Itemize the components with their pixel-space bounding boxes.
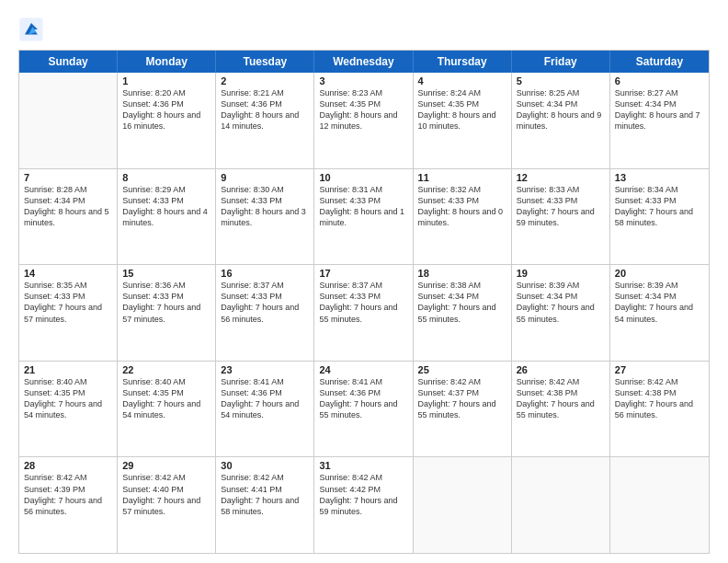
day-cell-2: 2Sunrise: 8:21 AMSunset: 4:36 PMDaylight… [216, 73, 314, 168]
calendar-body: 1Sunrise: 8:20 AMSunset: 4:36 PMDaylight… [19, 73, 709, 553]
day-info: Sunrise: 8:30 AMSunset: 4:33 PMDaylight:… [221, 184, 309, 229]
day-cell-29: 29Sunrise: 8:42 AMSunset: 4:40 PMDayligh… [118, 457, 216, 553]
day-cell-27: 27Sunrise: 8:42 AMSunset: 4:38 PMDayligh… [610, 362, 709, 457]
day-number: 3 [319, 75, 407, 86]
day-number: 26 [517, 364, 605, 375]
day-cell-5: 5Sunrise: 8:25 AMSunset: 4:34 PMDaylight… [512, 73, 610, 168]
day-cell-12: 12Sunrise: 8:33 AMSunset: 4:33 PMDayligh… [512, 169, 610, 265]
day-cell-7: 7Sunrise: 8:28 AMSunset: 4:34 PMDaylight… [19, 169, 118, 265]
day-cell-8: 8Sunrise: 8:29 AMSunset: 4:33 PMDaylight… [118, 169, 216, 265]
calendar-row-4: 21Sunrise: 8:40 AMSunset: 4:35 PMDayligh… [19, 361, 709, 457]
day-cell-17: 17Sunrise: 8:37 AMSunset: 4:33 PMDayligh… [314, 265, 413, 361]
day-info: Sunrise: 8:36 AMSunset: 4:33 PMDaylight:… [122, 280, 210, 325]
calendar-row-5: 28Sunrise: 8:42 AMSunset: 4:39 PMDayligh… [19, 456, 709, 553]
calendar-row-1: 1Sunrise: 8:20 AMSunset: 4:36 PMDaylight… [19, 73, 709, 168]
day-info: Sunrise: 8:25 AMSunset: 4:34 PMDaylight:… [517, 87, 605, 132]
day-info: Sunrise: 8:20 AMSunset: 4:36 PMDaylight:… [122, 87, 210, 132]
day-number: 30 [221, 460, 309, 471]
day-cell-16: 16Sunrise: 8:37 AMSunset: 4:33 PMDayligh… [216, 265, 314, 361]
day-info: Sunrise: 8:40 AMSunset: 4:35 PMDaylight:… [24, 376, 112, 421]
day-cell-15: 15Sunrise: 8:36 AMSunset: 4:33 PMDayligh… [118, 265, 216, 361]
day-info: Sunrise: 8:21 AMSunset: 4:36 PMDaylight:… [221, 87, 309, 132]
day-info: Sunrise: 8:41 AMSunset: 4:36 PMDaylight:… [319, 376, 407, 421]
day-number: 14 [24, 268, 112, 279]
header-day-friday: Friday [512, 51, 610, 73]
day-number: 15 [122, 268, 210, 279]
day-number: 8 [122, 172, 210, 183]
day-cell-24: 24Sunrise: 8:41 AMSunset: 4:36 PMDayligh… [314, 362, 413, 457]
day-cell-25: 25Sunrise: 8:42 AMSunset: 4:37 PMDayligh… [414, 362, 512, 457]
day-info: Sunrise: 8:41 AMSunset: 4:36 PMDaylight:… [221, 376, 309, 421]
day-number: 7 [24, 172, 112, 183]
day-info: Sunrise: 8:42 AMSunset: 4:41 PMDaylight:… [221, 472, 309, 517]
day-number: 4 [418, 75, 506, 86]
day-info: Sunrise: 8:38 AMSunset: 4:34 PMDaylight:… [418, 280, 506, 325]
header-day-saturday: Saturday [610, 51, 709, 73]
calendar: SundayMondayTuesdayWednesdayThursdayFrid… [18, 50, 710, 554]
day-cell-1: 1Sunrise: 8:20 AMSunset: 4:36 PMDaylight… [118, 73, 216, 168]
day-info: Sunrise: 8:42 AMSunset: 4:37 PMDaylight:… [418, 376, 506, 421]
day-info: Sunrise: 8:29 AMSunset: 4:33 PMDaylight:… [122, 184, 210, 229]
day-number: 18 [418, 268, 506, 279]
day-number: 10 [319, 172, 407, 183]
day-info: Sunrise: 8:27 AMSunset: 4:34 PMDaylight:… [615, 87, 704, 132]
day-info: Sunrise: 8:42 AMSunset: 4:39 PMDaylight:… [24, 472, 112, 517]
day-info: Sunrise: 8:42 AMSunset: 4:42 PMDaylight:… [319, 472, 407, 517]
day-number: 31 [319, 460, 407, 471]
day-info: Sunrise: 8:31 AMSunset: 4:33 PMDaylight:… [319, 184, 407, 229]
day-info: Sunrise: 8:24 AMSunset: 4:35 PMDaylight:… [418, 87, 506, 132]
header [18, 17, 710, 42]
day-info: Sunrise: 8:37 AMSunset: 4:33 PMDaylight:… [319, 280, 407, 325]
day-cell-13: 13Sunrise: 8:34 AMSunset: 4:33 PMDayligh… [610, 169, 709, 265]
day-cell-10: 10Sunrise: 8:31 AMSunset: 4:33 PMDayligh… [314, 169, 413, 265]
day-info: Sunrise: 8:42 AMSunset: 4:38 PMDaylight:… [615, 376, 704, 421]
day-number: 11 [418, 172, 506, 183]
day-cell-21: 21Sunrise: 8:40 AMSunset: 4:35 PMDayligh… [19, 362, 118, 457]
day-cell-23: 23Sunrise: 8:41 AMSunset: 4:36 PMDayligh… [216, 362, 314, 457]
day-number: 20 [615, 268, 704, 279]
empty-cell [19, 73, 118, 168]
day-info: Sunrise: 8:33 AMSunset: 4:33 PMDaylight:… [517, 184, 605, 229]
day-info: Sunrise: 8:40 AMSunset: 4:35 PMDaylight:… [122, 376, 210, 421]
day-cell-28: 28Sunrise: 8:42 AMSunset: 4:39 PMDayligh… [19, 457, 118, 553]
day-cell-31: 31Sunrise: 8:42 AMSunset: 4:42 PMDayligh… [314, 457, 413, 553]
day-info: Sunrise: 8:39 AMSunset: 4:34 PMDaylight:… [615, 280, 704, 325]
day-number: 13 [615, 172, 704, 183]
day-cell-4: 4Sunrise: 8:24 AMSunset: 4:35 PMDaylight… [414, 73, 512, 168]
day-number: 12 [517, 172, 605, 183]
day-cell-22: 22Sunrise: 8:40 AMSunset: 4:35 PMDayligh… [118, 362, 216, 457]
day-cell-9: 9Sunrise: 8:30 AMSunset: 4:33 PMDaylight… [216, 169, 314, 265]
day-info: Sunrise: 8:23 AMSunset: 4:35 PMDaylight:… [319, 87, 407, 132]
empty-cell [414, 457, 512, 553]
empty-cell [610, 457, 709, 553]
day-number: 21 [24, 364, 112, 375]
calendar-row-2: 7Sunrise: 8:28 AMSunset: 4:34 PMDaylight… [19, 168, 709, 265]
empty-cell [512, 457, 610, 553]
day-cell-6: 6Sunrise: 8:27 AMSunset: 4:34 PMDaylight… [610, 73, 709, 168]
day-cell-14: 14Sunrise: 8:35 AMSunset: 4:33 PMDayligh… [19, 265, 118, 361]
day-info: Sunrise: 8:35 AMSunset: 4:33 PMDaylight:… [24, 280, 112, 325]
day-number: 25 [418, 364, 506, 375]
calendar-header: SundayMondayTuesdayWednesdayThursdayFrid… [19, 51, 709, 73]
day-cell-26: 26Sunrise: 8:42 AMSunset: 4:38 PMDayligh… [512, 362, 610, 457]
header-day-monday: Monday [118, 51, 216, 73]
day-number: 28 [24, 460, 112, 471]
header-day-tuesday: Tuesday [216, 51, 314, 73]
day-number: 1 [122, 75, 210, 86]
day-cell-19: 19Sunrise: 8:39 AMSunset: 4:34 PMDayligh… [512, 265, 610, 361]
day-info: Sunrise: 8:42 AMSunset: 4:38 PMDaylight:… [517, 376, 605, 421]
logo [18, 17, 48, 42]
header-day-sunday: Sunday [19, 51, 118, 73]
page: SundayMondayTuesdayWednesdayThursdayFrid… [0, 0, 728, 563]
day-number: 9 [221, 172, 309, 183]
day-info: Sunrise: 8:28 AMSunset: 4:34 PMDaylight:… [24, 184, 112, 229]
day-number: 27 [615, 364, 704, 375]
day-number: 17 [319, 268, 407, 279]
day-number: 22 [122, 364, 210, 375]
day-number: 23 [221, 364, 309, 375]
day-info: Sunrise: 8:34 AMSunset: 4:33 PMDaylight:… [615, 184, 704, 229]
calendar-row-3: 14Sunrise: 8:35 AMSunset: 4:33 PMDayligh… [19, 264, 709, 361]
day-cell-3: 3Sunrise: 8:23 AMSunset: 4:35 PMDaylight… [314, 73, 413, 168]
day-info: Sunrise: 8:39 AMSunset: 4:34 PMDaylight:… [517, 280, 605, 325]
day-info: Sunrise: 8:42 AMSunset: 4:40 PMDaylight:… [122, 472, 210, 517]
